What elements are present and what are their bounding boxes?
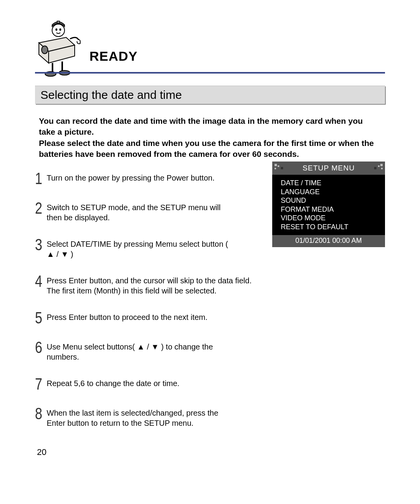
step-8: 8 When the last item is selected/changed… [35,406,237,428]
chapter-rule [35,72,385,74]
page-number: 20 [37,447,46,457]
setup-menu-item: RESET TO DEFAULT [281,223,385,232]
section-title-bar: Selecting the date and time [35,86,385,104]
step-number: 1 [35,171,43,186]
intro-paragraph: You can record the date and time with th… [39,116,381,160]
step-number: 6 [35,340,43,355]
svg-rect-12 [380,164,383,166]
setup-menu-item: LANGUAGE [281,188,385,197]
svg-rect-4 [57,21,60,23]
svg-rect-13 [378,165,380,167]
setup-menu-item: FORMAT MEDIA [281,205,385,214]
step-2: 2 Switch to SETUP mode, and the SETUP me… [35,201,237,223]
step-1: 1 Turn on the power by pressing the Powe… [35,171,237,186]
step-7: 7 Repeat 5,6 to change the date or time. [35,377,237,392]
svg-rect-7 [275,164,277,166]
step-number: 3 [35,237,43,252]
svg-point-2 [56,28,58,31]
step-number: 8 [35,406,43,421]
svg-point-0 [42,46,48,54]
step-text: Turn on the power by pressing the Power … [47,171,215,183]
corner-decoration-icon [274,163,285,172]
setup-menu-title: SETUP MENU [303,164,355,172]
step-number: 4 [35,274,43,289]
chapter-title: READY [89,49,138,64]
step-text: Press Enter button to proceed to the nex… [47,311,208,322]
step-number: 7 [35,377,43,392]
header-block: READY [35,16,385,78]
svg-point-3 [60,28,61,31]
step-number: 5 [35,311,43,325]
svg-rect-10 [281,167,283,169]
manual-page: READY Selecting the date and time You ca… [0,0,420,504]
svg-rect-9 [275,168,276,169]
corner-decoration-icon [373,163,383,172]
step-3: 3 Select DATE/TIME by pressing Memu sele… [35,237,237,259]
setup-menu-body: DATE / TIME LANGUAGE SOUND FORMAT MEDIA … [272,175,385,235]
step-4: 4 Press Enter button, and the cursor wil… [35,274,253,296]
setup-menu-item: DATE / TIME [281,179,385,188]
step-text: When the last item is selected/changed, … [47,406,237,428]
setup-menu-item: VIDEO MODE [281,214,385,223]
step-text: Repeat 5,6 to change the date or time. [47,377,179,388]
svg-rect-14 [381,168,383,169]
step-5: 5 Press Enter button to proceed to the n… [35,311,237,325]
setup-menu-footer: 01/01/2001 00:00 AM [272,235,385,247]
mascot-illustration [31,12,86,78]
section-title: Selecting the date and time [35,86,385,104]
svg-point-1 [52,24,65,37]
setup-menu-item: SOUND [281,196,385,205]
step-text: Press Enter button, and the cursor will … [47,274,253,296]
step-text: Select DATE/TIME by pressing Memu select… [47,237,237,259]
step-text: Use Menu select buttons( ▲ / ▼ ) to chan… [47,340,237,362]
step-number: 2 [35,201,43,216]
svg-rect-8 [278,165,279,167]
setup-menu-screenshot: SETUP MENU DATE / TIME LANGUAGE SOUND FO… [272,162,385,247]
step-text: Switch to SETUP mode, and the SETUP menu… [47,201,237,223]
setup-menu-title-bar: SETUP MENU [272,162,385,175]
svg-rect-11 [374,167,376,169]
step-6: 6 Use Menu select buttons( ▲ / ▼ ) to ch… [35,340,237,362]
